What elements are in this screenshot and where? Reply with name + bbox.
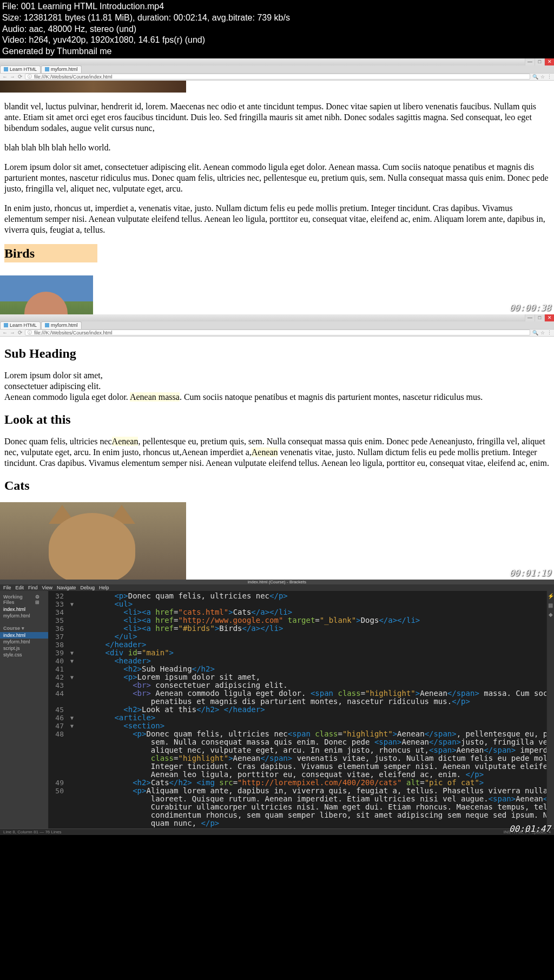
url-field[interactable]: ⓘ file:///K:/Websites/Course/index.html — [25, 74, 530, 80]
page-viewport-1[interactable]: blandit vel, luctus pulvinar, hendrerit … — [0, 81, 554, 314]
editor-sidebar: Working Files⚙ ⊞ index.html myform.html … — [0, 591, 49, 828]
editor-right-toolbar: ⚡ ▦ ◆ — [546, 591, 554, 828]
star-icon[interactable]: ☆ — [540, 330, 545, 336]
sidebar-item-myform[interactable]: myform.html — [3, 613, 45, 619]
tab-myform[interactable]: myform.html — [41, 321, 82, 329]
code-line[interactable]: 40▼ <header> — [49, 657, 546, 665]
working-files-header[interactable]: Working Files⚙ ⊞ — [3, 594, 45, 605]
code-line[interactable]: 36 <li><a href="#birds">Birds</a></li> — [49, 624, 546, 633]
code-line[interactable]: 47▼ <section> — [49, 722, 546, 730]
project-header[interactable]: Course ▾ — [3, 626, 45, 631]
heading-cats: Cats — [4, 477, 550, 494]
code-line[interactable]: sem. Nulla consequat massa quis enim. Do… — [49, 738, 546, 746]
back-button[interactable]: ← — [2, 74, 8, 80]
browser-window-1: — □ ✕ Learn HTML myform.html ← → ⟳ ⓘ fil… — [0, 58, 554, 314]
menu-file[interactable]: File — [3, 585, 11, 590]
code-editor[interactable]: 32 <p>Donec quam felis, ultricies nec</p… — [49, 591, 546, 828]
highlight-span: Aenean massa — [130, 392, 180, 402]
paragraph: Donec quam felis, ultricies necAenean, p… — [4, 436, 550, 469]
code-line[interactable]: Aenean leo ligula, porttitor eu, consequ… — [49, 771, 546, 779]
code-line[interactable]: 32 <p>Donec quam felis, ultricies nec</p… — [49, 592, 546, 600]
reload-button[interactable]: ⟳ — [17, 74, 23, 80]
menu-view[interactable]: View — [42, 585, 52, 590]
code-line[interactable]: laoreet. Quisque rutrum. Aenean imperdie… — [49, 795, 546, 803]
forward-button[interactable]: → — [10, 330, 15, 336]
doc-icon — [4, 67, 8, 71]
menu-debug[interactable]: Debug — [80, 585, 95, 590]
star-icon[interactable]: ☆ — [540, 74, 545, 80]
page-viewport-2[interactable]: Sub Heading Lorem ipsum dolor sit amet, … — [0, 345, 554, 580]
menu-navigate[interactable]: Navigate — [57, 585, 76, 590]
code-line[interactable]: 39▼ <div id="main"> — [49, 649, 546, 657]
code-line[interactable]: penatibus et magnis dis parturient monte… — [49, 698, 546, 706]
paragraph: blah blah blh blah hello world. — [4, 142, 550, 153]
file-generator: Generated by Thumbnail me — [2, 46, 552, 57]
window-titlebar: — □ ✕ — [0, 314, 554, 321]
paragraph: In enim justo, rhoncus ut, imperdiet a, … — [4, 203, 550, 235]
tab-bar: Learn HTML myform.html — [0, 65, 554, 73]
file-audio: Audio: aac, 48000 Hz, stereo (und) — [2, 24, 552, 35]
zoom-icon[interactable]: 🔍 — [532, 330, 538, 336]
close-button[interactable]: ✕ — [544, 58, 554, 65]
minimize-button[interactable]: — — [525, 58, 535, 65]
editor-titlebar: index.html (Course) - Brackets — [0, 580, 554, 584]
code-line[interactable]: 48 <p>Donec quam felis, ultricies nec<sp… — [49, 730, 546, 738]
tab-learn-html[interactable]: Learn HTML — [0, 65, 41, 73]
code-line[interactable]: 49 <h2>Cats</h2> <img src="http://loremp… — [49, 779, 546, 787]
plugin-icon[interactable]: ◆ — [549, 611, 553, 617]
code-line[interactable]: aliquet nec, vulputate eget, arcu. In en… — [49, 746, 546, 754]
menu-help[interactable]: Help — [99, 585, 109, 590]
maximize-button[interactable]: □ — [535, 314, 544, 321]
address-bar: ← → ⟳ ⓘ file:///K:/Websites/Course/index… — [0, 329, 554, 337]
code-line[interactable]: 37 </ul> — [49, 633, 546, 641]
sidebar-file-myform[interactable]: myform.html — [3, 639, 45, 645]
code-line[interactable]: 33▼ <ul> — [49, 600, 546, 608]
thumbnail-timestamp: 00:01:47 — [509, 824, 551, 834]
code-line[interactable]: 43 <br> consectetuer adipiscing elit. — [49, 681, 546, 689]
sidebar-file-script[interactable]: script.js — [3, 645, 45, 652]
forward-button[interactable]: → — [10, 74, 15, 80]
code-line[interactable]: 44 <br> Aenean commodo ligula eget dolor… — [49, 689, 546, 698]
code-line[interactable]: class="highlight">Aenean</span> venenati… — [49, 754, 546, 762]
browser-window-2: — □ ✕ Learn HTML myform.html ← → ⟳ ⓘ fil… — [0, 314, 554, 580]
reload-button[interactable]: ⟳ — [17, 330, 23, 336]
minimize-button[interactable]: — — [525, 314, 535, 321]
editor-menubar: File Edit Find View Navigate Debug Help — [0, 584, 554, 591]
code-line[interactable]: 34 <li><a href="cats.html">Cats</a></li> — [49, 608, 546, 616]
paragraph: Lorem ipsum dolor sit amet, consectetuer… — [4, 370, 550, 403]
code-line[interactable]: 42▼ <p>Lorem ipsum dolor sit amet, — [49, 673, 546, 681]
code-line[interactable]: 45 <h2>Look at this</h2> </header> — [49, 706, 546, 714]
tab-learn-html[interactable]: Learn HTML — [0, 321, 41, 329]
code-line[interactable]: 35 <li><a href="http://www.google.com" t… — [49, 616, 546, 624]
menu-icon[interactable]: ⋮ — [547, 74, 552, 80]
code-line[interactable]: 41 <h2>Sub Heading</h2> — [49, 665, 546, 673]
doc-icon — [4, 323, 8, 327]
sidebar-item-index[interactable]: index.html — [3, 606, 45, 613]
cropped-image — [0, 81, 186, 93]
code-line[interactable]: quam nunc, </p> — [49, 819, 546, 827]
url-field[interactable]: ⓘ file:///K:/Websites/Course/index.html — [25, 330, 530, 336]
menu-find[interactable]: Find — [28, 585, 38, 590]
heading-look: Look at this — [4, 411, 550, 427]
sidebar-file-index[interactable]: index.html — [0, 632, 48, 639]
menu-icon[interactable]: ⋮ — [547, 330, 552, 336]
maximize-button[interactable]: □ — [535, 58, 544, 65]
file-name: File: 001 Learning HTML Introduction.mp4 — [2, 1, 552, 12]
code-line[interactable]: 38 </header> — [49, 641, 546, 649]
close-button[interactable]: ✕ — [544, 314, 554, 321]
code-line[interactable]: Integer tincidunt. Cras dapibus. Vivamus… — [49, 762, 546, 771]
code-line[interactable]: 50 <p>Aliquam lorem ante, dapibus in, vi… — [49, 787, 546, 795]
code-line[interactable]: condimentum rhoncus, sem quam semper lib… — [49, 811, 546, 819]
tab-myform[interactable]: myform.html — [41, 65, 82, 73]
back-button[interactable]: ← — [2, 330, 8, 336]
code-line[interactable]: 46▼ <article> — [49, 714, 546, 722]
zoom-icon[interactable]: 🔍 — [532, 74, 538, 80]
code-line[interactable]: Curabitur ullamcorper ultricies nisi. Na… — [49, 803, 546, 811]
heading-birds: Birds — [4, 244, 97, 262]
paragraph: Lorem ipsum dolor sit amet, consectetuer… — [4, 162, 550, 194]
extension-icon[interactable]: ▦ — [548, 602, 553, 608]
menu-edit[interactable]: Edit — [16, 585, 24, 590]
live-preview-icon[interactable]: ⚡ — [548, 593, 554, 599]
file-video: Video: h264, yuv420p, 1920x1080, 14.61 f… — [2, 35, 552, 46]
sidebar-file-style[interactable]: style.css — [3, 652, 45, 658]
